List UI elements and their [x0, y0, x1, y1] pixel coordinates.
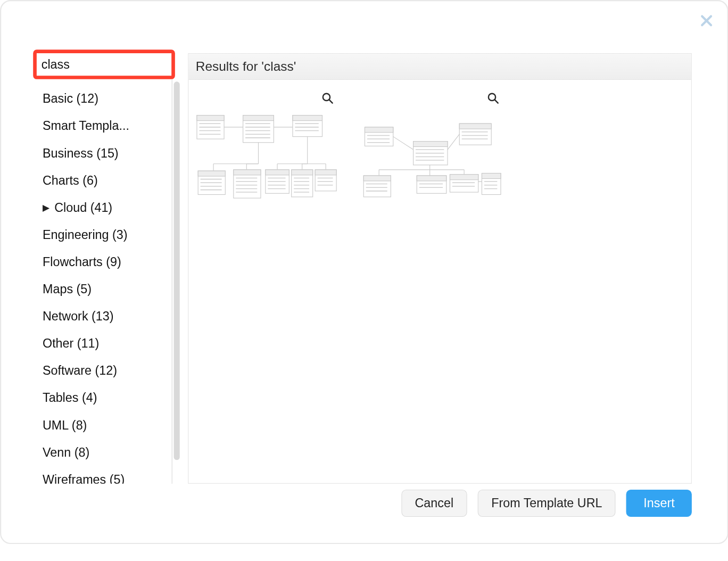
results-panel: Results for 'class' [188, 53, 692, 484]
sidebar-scrollbar[interactable] [174, 81, 180, 460]
category-item[interactable]: Other (11) [39, 330, 171, 357]
svg-rect-38 [266, 170, 289, 175]
category-item[interactable]: Venn (8) [39, 439, 171, 466]
from-template-url-button[interactable]: From Template URL [478, 490, 616, 517]
search-box [37, 53, 171, 76]
category-item[interactable]: Maps (5) [39, 276, 171, 303]
svg-rect-77 [459, 123, 491, 129]
category-label: Smart Templa... [43, 112, 129, 139]
svg-rect-101 [482, 174, 501, 179]
category-label: Charts (6) [43, 167, 98, 194]
search-input[interactable] [42, 57, 196, 71]
dialog-footer: Cancel From Template URL Insert [401, 490, 692, 517]
category-label: Wireframes (5) [43, 466, 125, 483]
category-item[interactable]: Flowcharts (9) [39, 249, 171, 276]
svg-line-106 [448, 134, 459, 150]
svg-rect-13 [243, 116, 274, 121]
category-item[interactable]: Basic (12) [39, 85, 171, 112]
svg-rect-72 [365, 127, 393, 133]
template-result-1[interactable] [190, 90, 339, 212]
svg-rect-20 [293, 116, 322, 121]
category-label: Other (11) [43, 330, 99, 357]
sidebar: Basic (12)Smart Templa...Business (15)Ch… [37, 53, 171, 484]
results-header: Results for 'class' [188, 54, 691, 80]
svg-rect-25 [198, 171, 225, 176]
magnify-icon[interactable] [485, 90, 501, 106]
category-item[interactable]: Smart Templa... [39, 112, 171, 139]
svg-rect-51 [315, 170, 336, 175]
category-label: Venn (8) [43, 439, 89, 466]
expand-triangle-icon[interactable]: ▶ [43, 194, 53, 221]
sidebar-divider [171, 79, 172, 484]
svg-rect-93 [417, 176, 446, 181]
dialog: Basic (12)Smart Templa...Business (15)Ch… [0, 0, 728, 544]
svg-rect-82 [413, 142, 448, 147]
search-highlight [33, 50, 175, 79]
category-label: Flowcharts (9) [43, 249, 121, 276]
svg-line-105 [393, 137, 413, 150]
category-item[interactable]: Business (15) [39, 139, 171, 167]
category-item[interactable]: ▶Cloud (41) [39, 194, 171, 221]
category-label: Basic (12) [43, 85, 98, 112]
category-label: UML (8) [43, 411, 87, 439]
category-item[interactable]: Software (12) [39, 357, 171, 384]
svg-rect-31 [234, 170, 261, 175]
category-label: Maps (5) [43, 276, 92, 303]
category-item[interactable]: Tables (4) [39, 384, 171, 411]
cancel-button[interactable]: Cancel [401, 490, 467, 517]
category-label: Network (13) [43, 303, 114, 330]
category-label: Software (12) [43, 357, 117, 384]
results-body [188, 80, 691, 483]
magnify-icon[interactable] [320, 90, 335, 106]
category-label: Cloud (41) [54, 194, 112, 221]
svg-rect-88 [363, 176, 391, 181]
category-item[interactable]: Wireframes (5) [39, 466, 171, 483]
category-label: Tables (4) [43, 384, 97, 411]
category-item[interactable]: UML (8) [39, 411, 171, 439]
svg-rect-97 [450, 175, 478, 180]
svg-rect-44 [292, 170, 313, 175]
template-thumbnail[interactable] [190, 111, 339, 212]
content: Basic (12)Smart Templa...Business (15)Ch… [37, 53, 692, 484]
category-item[interactable]: Engineering (3) [39, 221, 171, 249]
insert-button[interactable]: Insert [626, 490, 692, 517]
category-label: Business (15) [43, 139, 119, 167]
svg-rect-7 [197, 116, 224, 121]
close-icon[interactable] [699, 13, 715, 29]
template-thumbnail[interactable] [355, 111, 504, 212]
svg-line-70 [495, 100, 498, 103]
category-item[interactable]: Charts (6) [39, 167, 171, 194]
category-item[interactable]: Network (13) [39, 303, 171, 330]
svg-line-5 [329, 100, 333, 103]
category-list: Basic (12)Smart Templa...Business (15)Ch… [37, 81, 171, 483]
category-label: Engineering (3) [43, 221, 128, 249]
category-list-holder: Basic (12)Smart Templa...Business (15)Ch… [37, 81, 171, 483]
template-result-2[interactable] [355, 90, 504, 212]
